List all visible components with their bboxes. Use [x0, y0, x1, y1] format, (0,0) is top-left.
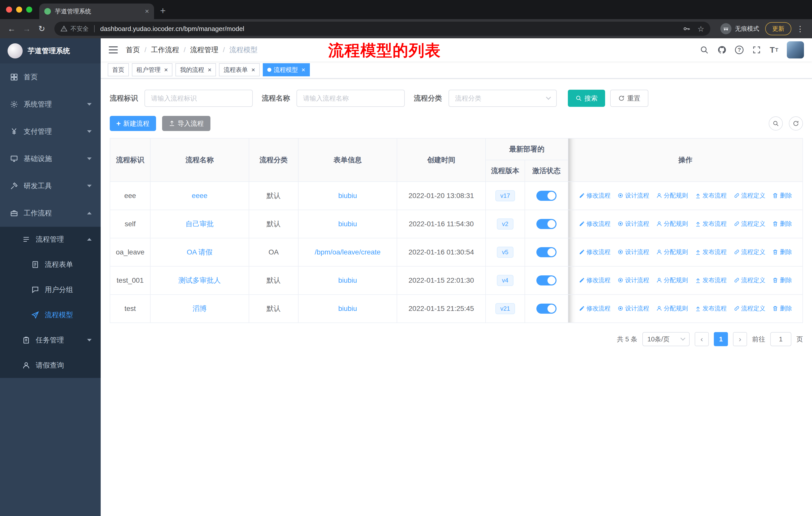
- url-text[interactable]: dashboard.yudao.iocoder.cn/bpm/manager/m…: [100, 25, 244, 33]
- tab-tenant[interactable]: 租户管理 ×: [132, 63, 172, 76]
- form-info-link[interactable]: biubiu: [338, 305, 357, 313]
- model-name-link[interactable]: 测试多审批人: [178, 276, 221, 284]
- sidebar-item-task-mgmt[interactable]: 任务管理: [0, 328, 101, 353]
- close-window-button[interactable]: [6, 6, 12, 12]
- create-process-button[interactable]: + 新建流程: [110, 116, 156, 131]
- update-button[interactable]: 更新: [765, 22, 791, 35]
- model-name-link[interactable]: OA 请假: [187, 248, 213, 256]
- font-size-icon[interactable]: TT: [770, 45, 778, 54]
- breadcrumb-item[interactable]: 流程管理: [190, 45, 219, 55]
- version-tag[interactable]: v4: [497, 275, 513, 286]
- row-action-edit[interactable]: 修改流程: [579, 248, 611, 256]
- reload-button[interactable]: ↻: [35, 24, 48, 33]
- version-tag[interactable]: v5: [497, 247, 513, 258]
- tab-close-icon[interactable]: ×: [145, 7, 149, 16]
- page-size-select[interactable]: 10条/页: [642, 332, 690, 346]
- import-process-button[interactable]: 导入流程: [162, 116, 210, 131]
- reset-button[interactable]: 重置: [610, 90, 648, 107]
- row-action-delete[interactable]: 删除: [772, 191, 792, 199]
- version-tag[interactable]: v17: [495, 190, 515, 201]
- active-toggle[interactable]: [536, 275, 556, 286]
- row-action-edit[interactable]: 修改流程: [579, 220, 611, 228]
- goto-page-input[interactable]: [770, 332, 791, 346]
- minimize-window-button[interactable]: [16, 6, 22, 12]
- address-bar[interactable]: 不安全 dashboard.yudao.iocoder.cn/bpm/manag…: [54, 22, 710, 36]
- active-toggle[interactable]: [536, 304, 556, 314]
- next-page-button[interactable]: ›: [733, 332, 747, 346]
- sidebar-item-system[interactable]: 系统管理: [0, 91, 101, 118]
- row-action-edit[interactable]: 修改流程: [579, 304, 611, 313]
- tab-process-model[interactable]: 流程模型 ×: [263, 63, 310, 76]
- row-action-design[interactable]: 设计流程: [617, 220, 649, 228]
- version-tag[interactable]: v2: [497, 218, 513, 229]
- sidebar-item-payment[interactable]: 支付管理: [0, 118, 101, 145]
- tab-process-form[interactable]: 流程表单 ×: [219, 63, 260, 76]
- active-toggle[interactable]: [536, 191, 556, 201]
- form-info-link[interactable]: biubiu: [338, 192, 357, 199]
- prev-page-button[interactable]: ‹: [695, 332, 709, 346]
- row-action-definition[interactable]: 流程定义: [734, 220, 765, 228]
- form-info-link[interactable]: biubiu: [338, 276, 357, 284]
- model-name-link[interactable]: 自己审批: [185, 220, 214, 228]
- row-action-assign[interactable]: 分配规则: [656, 248, 688, 256]
- row-action-publish[interactable]: 发布流程: [695, 220, 727, 228]
- model-name-link[interactable]: 滔博: [193, 305, 207, 313]
- forward-button[interactable]: →: [20, 24, 33, 33]
- sidebar-item-home[interactable]: 首页: [0, 63, 101, 91]
- sidebar-item-process-mgmt[interactable]: 流程管理: [0, 227, 101, 252]
- row-action-assign[interactable]: 分配规则: [656, 220, 688, 228]
- row-action-design[interactable]: 设计流程: [617, 248, 649, 256]
- sidebar-item-process-model[interactable]: 流程模型: [0, 302, 101, 328]
- row-action-design[interactable]: 设计流程: [617, 191, 649, 199]
- process-name-input[interactable]: [296, 90, 405, 107]
- row-action-delete[interactable]: 删除: [772, 248, 792, 256]
- sidebar-item-user-group[interactable]: 用户分组: [0, 277, 101, 302]
- row-action-edit[interactable]: 修改流程: [579, 276, 611, 284]
- current-page-button[interactable]: 1: [714, 332, 728, 346]
- toggle-search-button[interactable]: [769, 116, 783, 131]
- row-action-assign[interactable]: 分配规则: [656, 276, 688, 284]
- version-tag[interactable]: v21: [495, 303, 515, 314]
- sidebar-item-workflow[interactable]: 工作流程: [0, 199, 101, 227]
- row-action-publish[interactable]: 发布流程: [695, 248, 727, 256]
- sidebar-item-leave-query[interactable]: 请假查询: [0, 353, 101, 378]
- sidebar-item-process-form[interactable]: 流程表单: [0, 252, 101, 277]
- bookmark-star-icon[interactable]: ☆: [697, 24, 704, 33]
- avatar[interactable]: [787, 41, 804, 58]
- back-button[interactable]: ←: [5, 24, 18, 33]
- row-action-publish[interactable]: 发布流程: [695, 191, 727, 199]
- refresh-table-button[interactable]: [789, 116, 803, 131]
- breadcrumb-item[interactable]: 首页: [126, 45, 140, 55]
- form-info-link[interactable]: /bpm/oa/leave/create: [315, 248, 381, 256]
- security-label[interactable]: 不安全: [70, 25, 89, 33]
- new-tab-button[interactable]: +: [160, 5, 166, 16]
- close-icon[interactable]: ×: [301, 66, 305, 73]
- model-name-link[interactable]: eeee: [192, 192, 207, 199]
- close-icon[interactable]: ×: [164, 66, 168, 73]
- help-icon[interactable]: ?: [735, 46, 744, 54]
- collapse-sidebar-button[interactable]: [104, 41, 123, 59]
- sidebar-item-devtools[interactable]: 研发工具: [0, 172, 101, 199]
- tab-home[interactable]: 首页: [108, 63, 129, 76]
- row-action-delete[interactable]: 删除: [772, 220, 792, 228]
- zoom-window-button[interactable]: [26, 6, 32, 12]
- tab-my-process[interactable]: 我的流程 ×: [175, 63, 216, 76]
- search-icon[interactable]: [700, 45, 709, 54]
- row-action-publish[interactable]: 发布流程: [695, 276, 727, 284]
- password-key-icon[interactable]: [683, 25, 690, 32]
- search-button[interactable]: 搜索: [568, 90, 605, 107]
- row-action-assign[interactable]: 分配规则: [656, 191, 688, 199]
- browser-tab[interactable]: 芋道管理系统 ×: [39, 3, 154, 19]
- active-toggle[interactable]: [536, 247, 556, 257]
- row-action-edit[interactable]: 修改流程: [579, 191, 611, 199]
- row-action-definition[interactable]: 流程定义: [734, 276, 765, 284]
- app-logo[interactable]: 芋道管理系统: [0, 38, 101, 63]
- sidebar-item-infra[interactable]: 基础设施: [0, 145, 101, 172]
- row-action-definition[interactable]: 流程定义: [734, 304, 765, 313]
- process-key-input[interactable]: [144, 90, 253, 107]
- fullscreen-icon[interactable]: [752, 45, 761, 54]
- row-action-design[interactable]: 设计流程: [617, 276, 649, 284]
- row-action-definition[interactable]: 流程定义: [734, 248, 765, 256]
- row-action-publish[interactable]: 发布流程: [695, 304, 727, 313]
- form-info-link[interactable]: biubiu: [338, 220, 357, 228]
